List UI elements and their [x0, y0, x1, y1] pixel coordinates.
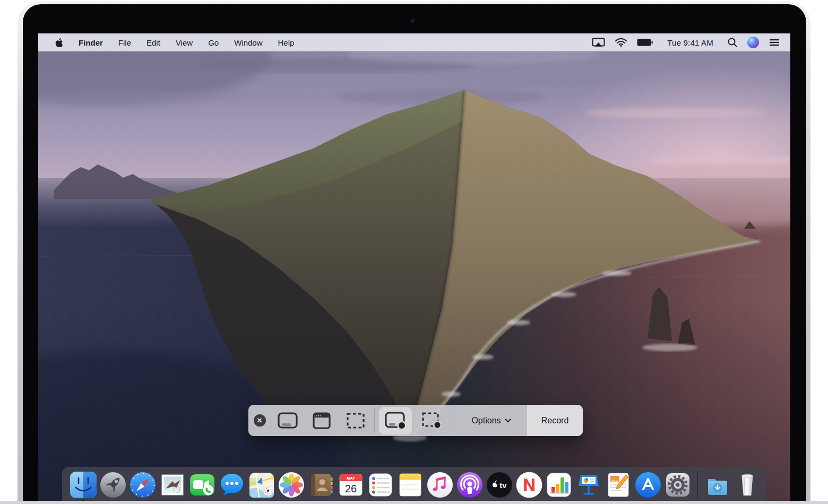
dock-item-downloads[interactable]: [704, 471, 731, 499]
dock-item-app-store[interactable]: [634, 471, 662, 499]
apple-menu[interactable]: [55, 38, 63, 48]
record-selected-portion-icon: [420, 411, 443, 431]
record-entire-screen-button[interactable]: [376, 405, 415, 436]
system-preferences-icon: [664, 471, 692, 499]
wifi-icon[interactable]: [615, 38, 627, 47]
dock-item-podcasts[interactable]: [456, 471, 484, 499]
trash-icon: [734, 471, 761, 499]
music-icon: [426, 471, 454, 499]
toolbar-divider: [374, 409, 375, 432]
capture-selected-portion-button[interactable]: [339, 405, 373, 436]
safari-icon: [129, 471, 157, 499]
dock-item-numbers[interactable]: [545, 471, 573, 499]
svg-text:tv: tv: [499, 481, 507, 490]
dock-item-photos[interactable]: [278, 471, 305, 499]
menu-item-file[interactable]: File: [118, 38, 131, 47]
selected-tool-highlight: [379, 407, 412, 435]
svg-text:26: 26: [345, 483, 357, 494]
capture-selected-portion-icon: [345, 411, 366, 430]
apple-tv-icon: tv: [486, 471, 513, 499]
mail-icon: [159, 471, 186, 499]
menu-item-help[interactable]: Help: [278, 38, 295, 47]
capture-selected-window-icon: [311, 411, 332, 431]
menu-bar: Finder File Edit View Go Window Help: [38, 33, 790, 51]
capture-entire-screen-button[interactable]: [271, 405, 305, 436]
svg-text:MAY: MAY: [347, 476, 355, 481]
screenshot-toolbar: ✕: [248, 405, 583, 436]
notification-center-icon[interactable]: [769, 39, 780, 46]
facetime-icon: [188, 471, 216, 499]
close-toolbar-button[interactable]: ✕: [248, 414, 271, 427]
dock-divider: [697, 471, 698, 499]
dock-item-facetime[interactable]: [188, 471, 216, 499]
podcasts-icon: [456, 471, 484, 499]
keynote-icon: [575, 471, 602, 499]
maps-icon: [248, 471, 275, 499]
capture-selected-window-button[interactable]: [305, 405, 339, 436]
chevron-down-icon: [505, 419, 511, 423]
screenshot-root: Finder File Edit View Go Window Help: [0, 0, 828, 504]
desktop-screen: Finder File Edit View Go Window Help: [38, 33, 790, 504]
dock-item-system-preferences[interactable]: [664, 471, 692, 499]
reminders-icon: [367, 471, 394, 499]
toolbar-divider: [452, 409, 452, 432]
dock-item-reminders[interactable]: [367, 471, 394, 499]
dock: MAY 26: [62, 467, 766, 504]
notes-icon: [396, 471, 424, 499]
app-store-icon: [634, 471, 662, 499]
image-bottom-edge: [0, 501, 828, 504]
dock-item-mail[interactable]: [159, 471, 186, 499]
numbers-icon: [545, 471, 573, 499]
menu-item-window[interactable]: Window: [234, 38, 262, 47]
menu-item-view[interactable]: View: [176, 38, 193, 47]
launchpad-icon: [99, 471, 127, 499]
downloads-folder-icon: [704, 471, 731, 499]
dock-item-maps[interactable]: [248, 471, 275, 499]
dock-item-safari[interactable]: [129, 471, 157, 499]
menu-item-edit[interactable]: Edit: [146, 38, 160, 47]
siri-icon[interactable]: [747, 37, 759, 48]
dock-item-calendar[interactable]: MAY 26: [337, 471, 365, 499]
record-entire-screen-icon: [384, 410, 407, 431]
pages-icon: [605, 471, 632, 499]
record-selected-portion-button[interactable]: [415, 405, 448, 436]
menu-item-finder[interactable]: Finder: [79, 38, 103, 47]
dock-item-contacts[interactable]: [307, 471, 335, 499]
dock-item-finder[interactable]: [70, 471, 97, 499]
menu-item-go[interactable]: Go: [208, 38, 219, 47]
photos-icon: [278, 471, 305, 499]
dock-item-news[interactable]: [515, 471, 543, 499]
dock-item-messages[interactable]: [218, 471, 246, 499]
dock-item-notes[interactable]: [396, 471, 424, 499]
menu-bar-clock[interactable]: Tue 9:41 AM: [667, 38, 713, 47]
spotlight-search-icon[interactable]: [728, 38, 737, 47]
screen-mirroring-icon[interactable]: [592, 38, 605, 48]
calendar-icon: MAY 26: [337, 471, 365, 499]
close-icon: ✕: [254, 414, 266, 427]
dock-item-trash[interactable]: [734, 471, 761, 499]
options-label: Options: [471, 416, 501, 425]
record-label: Record: [541, 416, 569, 425]
dock-item-keynote[interactable]: [575, 471, 602, 499]
dock-item-music[interactable]: [426, 471, 454, 499]
record-button[interactable]: Record: [527, 405, 583, 436]
dock-item-tv[interactable]: tv: [486, 471, 513, 499]
apple-logo-icon: [55, 38, 63, 48]
options-button[interactable]: Options: [455, 405, 527, 436]
capture-entire-screen-icon: [277, 411, 299, 431]
battery-icon[interactable]: [637, 39, 653, 46]
dock-item-pages[interactable]: [605, 471, 632, 499]
contacts-icon: [307, 471, 335, 499]
facetime-camera: [410, 19, 415, 23]
dock-item-launchpad[interactable]: [99, 471, 127, 499]
finder-icon: [70, 471, 97, 499]
news-icon: [515, 471, 543, 499]
messages-icon: [218, 471, 246, 499]
